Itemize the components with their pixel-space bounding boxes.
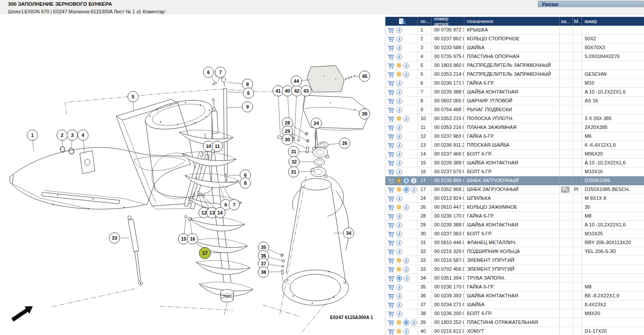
s-icon[interactable]: S (396, 275, 402, 281)
cart-icon[interactable] (387, 178, 395, 184)
star-icon[interactable] (396, 328, 402, 334)
table-row[interactable]: i800 0602 065 0ШАРНИР УГЛОВОЙAS 16 (385, 97, 644, 105)
info-icon[interactable]: i (403, 328, 409, 335)
table-row[interactable]: i3800 0236 200 0БОЛТ 6-ГР.M8X20 (385, 309, 644, 318)
table-row[interactable]: i1200 0237 983 0ГАЙКА 6-ГР.M6 (385, 132, 644, 141)
table-row[interactable]: i900 0754 488 1РЫЧАГ ПОДВЕСКИ (385, 105, 644, 114)
info-icon[interactable]: i (396, 133, 402, 140)
table-row[interactable]: Si3900 1803 252 0ПЛАСТИНА ОТРАЖАТЕЛЬНАЯ (385, 318, 644, 327)
cart-icon[interactable] (387, 116, 395, 122)
info-icon[interactable]: i (396, 80, 402, 86)
cart-icon[interactable] (387, 45, 395, 51)
table-row[interactable]: i3100 0610 446 0ФЛАНЕЦ МЕТАЛЛИЧ.RBY 206-… (385, 238, 644, 247)
info-icon[interactable]: i (396, 249, 402, 255)
table-row[interactable]: i3600 0239 393 1ШАЙБА КОНТАКТНАЯB8 -8.2X… (385, 292, 644, 300)
info-icon[interactable]: i (396, 142, 402, 148)
info-icon[interactable]: i (396, 311, 402, 317)
star-icon[interactable] (396, 266, 402, 272)
star-icon[interactable] (396, 71, 402, 77)
table-row[interactable]: i3500 0236 170 0ГАЙКА 6-ГР.M8 (385, 283, 644, 292)
cart-icon[interactable] (387, 142, 395, 148)
table-row[interactable]: i3700 0234 271 0ШАЙБА8,4X23X2 (385, 300, 644, 309)
cart-icon[interactable] (387, 89, 395, 95)
table-row[interactable]: i2900 0239 388 0ШАЙБА КОНТАКТНАЯA 10 -10… (385, 221, 644, 230)
table-row[interactable]: i100 0735 972 1КРЫШКА (385, 26, 644, 35)
star-icon[interactable] (396, 62, 402, 68)
cart-icon[interactable] (387, 27, 395, 33)
info-icon[interactable]: i (403, 116, 409, 122)
info-icon[interactable]: i (403, 257, 409, 264)
info-icon[interactable]: i (411, 319, 417, 326)
cart-icon[interactable] (387, 257, 395, 264)
table-row[interactable]: i1100 0353 216 0ПЛАНКА ЗАЖИМНАЯ3X20X385 (385, 123, 644, 132)
table-row[interactable]: i600 0236 171 0ГАЙКА 6-ГР.M10 (385, 79, 644, 88)
table-row[interactable]: i3000 0237 383 0БОЛТ 6-ГР.M10X25 (385, 230, 644, 238)
info-icon[interactable]: i (396, 160, 402, 166)
cart-icon[interactable] (387, 293, 395, 299)
info-icon[interactable]: i (403, 204, 409, 210)
cart-icon[interactable] (387, 204, 395, 210)
info-icon[interactable]: i (396, 240, 402, 246)
s-icon[interactable]: S (403, 187, 409, 193)
cart-icon[interactable] (387, 160, 395, 166)
table-row[interactable]: i700 0239 388 0ШАЙБА КОНТАКТНАЯA 10 -10,… (385, 88, 644, 97)
cart-icon[interactable] (387, 98, 395, 104)
star-icon[interactable] (396, 178, 402, 183)
cart-icon[interactable] (387, 266, 395, 273)
star-icon[interactable] (396, 116, 402, 121)
table-row[interactable]: i4000 0215 612 0ХОМУТD1-17X20 (385, 327, 644, 335)
table-row[interactable]: i2600 0610 447 1КОЛЬЦО ЗАЖИМНОЕ30 (385, 203, 644, 212)
table-row[interactable]: i200 0237 862 0КОЛЬЦО СТОПОРНОЕ50X2 (385, 35, 644, 43)
cart-icon[interactable] (387, 54, 395, 60)
info-icon[interactable]: i (403, 266, 409, 273)
s-icon[interactable]: S (403, 178, 409, 184)
info-icon[interactable]: i (396, 107, 402, 113)
star-icon[interactable] (396, 319, 402, 325)
cart-icon[interactable] (387, 133, 395, 140)
star-icon[interactable] (396, 187, 402, 192)
info-icon[interactable]: i (396, 169, 402, 175)
table-row[interactable]: i1000 0353 215 0ПОЛОСКА УПЛОТН.3 X 26X 3… (385, 114, 644, 123)
conditions-button[interactable]: Умови (538, 1, 644, 8)
cart-icon[interactable] (387, 151, 395, 157)
info-icon[interactable]: i (403, 62, 409, 69)
cart-icon[interactable] (387, 213, 395, 219)
cart-icon[interactable] (387, 125, 395, 131)
cart-icon[interactable] (387, 195, 395, 202)
table-row[interactable]: i500 1803 960 0РАСПРЕДЕЛИТЕЛЬ ЗАПРАВОЧНЫ… (385, 61, 644, 70)
cart-icon[interactable] (387, 284, 395, 290)
table-row[interactable]: Si1700 0735 899 4ШНЕК ЗАГРУЗОЧНЫЙD250X19… (385, 176, 644, 185)
s-icon[interactable]: S (403, 319, 409, 326)
info-icon[interactable]: i (403, 71, 409, 78)
cart-icon[interactable] (387, 311, 395, 317)
cart-icon[interactable] (387, 328, 395, 335)
cart-icon[interactable] (387, 302, 395, 308)
table-row[interactable]: i1400 0237 466 0БОЛТ 6-ГР.M06X20 (385, 150, 644, 159)
cart-icon[interactable] (387, 231, 395, 237)
cart-icon[interactable] (387, 222, 395, 228)
table-row[interactable]: Si3400 0351 394 1ТРУБА ЗАПОЛН. (385, 274, 644, 283)
cart-icon[interactable] (387, 62, 395, 69)
info-icon[interactable]: i (396, 222, 402, 228)
table-row[interactable]: i2400 0213 824 0ШПИЛЬКАM 8X1X 8 (385, 194, 644, 203)
info-icon[interactable]: i (396, 89, 402, 95)
cart-icon[interactable] (387, 249, 395, 255)
table-row[interactable]: i400 0735 975 0ПЛАСТИНА ОПОРНАЯ5,0X0184X… (385, 52, 644, 61)
table-row[interactable]: i3200 0216 329 0ПОДШИПНИК КОЛЬЦАYEL 206-… (385, 247, 644, 256)
info-icon[interactable]: i (396, 151, 402, 157)
info-icon[interactable]: i (396, 45, 402, 51)
table-row[interactable]: i2800 0236 170 0ГАЙКА 6-ГР.M8 (385, 212, 644, 221)
cart-icon[interactable] (387, 71, 395, 78)
info-icon[interactable]: i (396, 27, 402, 33)
table-row[interactable]: i1300 0236 911 2ПЛОСКАЯ ШАЙБА6 -6,4X12X1… (385, 141, 644, 150)
cart-icon[interactable] (387, 169, 395, 175)
info-icon[interactable]: i (396, 213, 402, 219)
cart-icon[interactable] (387, 36, 395, 42)
cart-icon[interactable] (387, 319, 395, 326)
table-row[interactable]: i1500 0239 388 0ШАЙБА КОНТАКТНАЯA 10 -10… (385, 159, 644, 168)
info-icon[interactable]: i (396, 125, 402, 131)
info-icon[interactable]: i (396, 293, 402, 299)
info-icon[interactable]: i (396, 302, 402, 308)
table-row[interactable]: i500 0353 214 0РАСПРЕДЕЛИТЕЛЬ ЗАПРАВОЧНЫ… (385, 70, 644, 79)
table-row[interactable]: i3300 0216 587 0ЭЛЕМЕНТ УПРУГИЙ (385, 256, 644, 265)
